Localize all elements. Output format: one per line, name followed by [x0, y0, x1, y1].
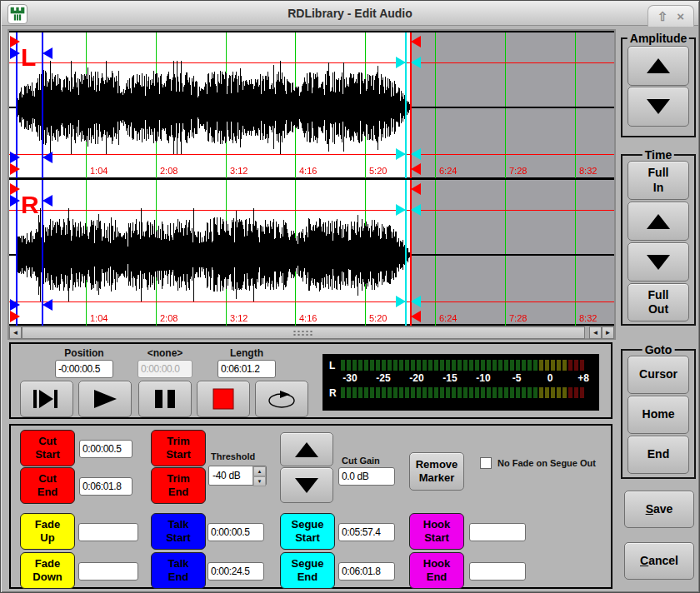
audio-meter: L -30-25-20-15-10-50+8 R — [322, 354, 599, 411]
play-icon — [91, 388, 119, 410]
trim-end-button[interactable]: Trim End — [151, 467, 206, 504]
down-arrow-icon — [293, 476, 320, 496]
cut-end-button[interactable]: Cut End — [20, 467, 75, 504]
fade-up-button[interactable]: Fade Up — [20, 513, 75, 550]
up-arrow-icon — [645, 212, 672, 232]
time-full-in-button[interactable]: Full In — [628, 161, 689, 200]
meter-scale: -30-25-20-15-10-50+8 — [329, 372, 592, 386]
time-zoom-in-button[interactable] — [628, 202, 689, 241]
up-arrow-icon — [645, 56, 672, 76]
amplitude-group-label: Amplitude — [628, 32, 689, 45]
scroll-left-button-2[interactable]: ◄ — [589, 326, 602, 339]
goto-end-button[interactable]: End — [628, 436, 689, 474]
window-title: RDLibrary - Edit Audio — [2, 7, 698, 20]
gain-down-button[interactable] — [280, 467, 333, 503]
cut-end-field[interactable] — [79, 477, 132, 496]
cut-start-button[interactable]: Cut Start — [20, 430, 75, 466]
no-fade-checkbox[interactable] — [480, 457, 492, 469]
edit-audio-dialog: RDLibrary - Edit Audio ⇧ × ◄ ◄ ► Amplitu… — [0, 0, 700, 593]
stop-button[interactable] — [197, 381, 250, 417]
fade-up-field[interactable] — [78, 523, 138, 541]
segue-start-button[interactable]: Segue Start — [280, 513, 335, 550]
length-label: Length — [218, 347, 276, 359]
threshold-value[interactable]: -40 dB — [209, 466, 252, 485]
threshold-spinbox: -40 dB ▲ ▼ — [208, 466, 267, 486]
position-label: Position — [55, 347, 113, 359]
fade-down-button[interactable]: Fade Down — [20, 552, 75, 589]
scroll-left-button[interactable]: ◄ — [9, 326, 22, 339]
hook-start-field[interactable] — [469, 523, 526, 541]
shade-icon[interactable]: ⇧ — [658, 10, 668, 22]
cut-gain-field[interactable] — [338, 467, 395, 486]
up-arrow-icon — [293, 440, 320, 460]
hook-start-button[interactable]: Hook Start — [409, 513, 464, 550]
talk-end-field[interactable] — [208, 562, 264, 581]
talk-start-field[interactable] — [208, 523, 264, 541]
threshold-label: Threshold — [211, 451, 274, 461]
meter-row-right: R — [329, 386, 592, 400]
remove-marker-button[interactable]: Remove Marker — [409, 452, 464, 491]
meter-right-label: R — [329, 387, 341, 399]
down-arrow-icon — [645, 97, 672, 117]
scroll-right-button[interactable]: ► — [602, 326, 614, 339]
time-full-out-button[interactable]: Full Out — [628, 283, 689, 321]
meter-left-label: L — [329, 360, 341, 371]
meter-right-segments — [341, 387, 584, 398]
talk-end-button[interactable]: Talk End — [151, 552, 206, 589]
cut-gain-label: Cut Gain — [342, 456, 400, 466]
play-from-cursor-button[interactable] — [20, 381, 73, 417]
goto-home-button[interactable]: Home — [628, 396, 689, 434]
time-zoom-out-button[interactable] — [628, 242, 689, 282]
length-field[interactable] — [218, 360, 276, 378]
segue-start-field[interactable] — [338, 523, 395, 541]
hook-end-field[interactable] — [469, 562, 526, 581]
stop-icon — [212, 388, 234, 410]
marker-name-label: <none> — [138, 347, 192, 359]
threshold-spin-up-icon[interactable]: ▲ — [253, 466, 266, 476]
scrollbar-grip — [292, 330, 314, 337]
waveform-panel: ◄ ◄ ► — [8, 29, 616, 340]
save-button[interactable]: Save — [624, 491, 694, 528]
segue-end-field[interactable] — [338, 562, 395, 581]
trim-start-button[interactable]: Trim Start — [151, 430, 206, 466]
loop-button[interactable] — [255, 381, 308, 417]
fade-down-field[interactable] — [78, 562, 138, 581]
transport-panel: Position <none> Length L -30-25-20-15-10… — [9, 342, 612, 419]
close-icon[interactable]: × — [677, 10, 684, 22]
pause-icon — [152, 388, 178, 410]
meter-left-segments — [341, 360, 584, 371]
down-arrow-icon — [645, 252, 672, 272]
gain-up-button[interactable] — [280, 432, 333, 466]
waveform-scrollbar: ◄ ◄ ► — [9, 326, 614, 338]
segue-end-button[interactable]: Segue End — [280, 552, 335, 589]
pause-button[interactable] — [138, 381, 192, 417]
threshold-spin-down-icon[interactable]: ▼ — [253, 476, 266, 486]
titlebar: RDLibrary - Edit Audio ⇧ × — [2, 2, 698, 26]
play-from-icon — [32, 388, 61, 410]
goto-cursor-button[interactable]: Cursor — [628, 356, 689, 394]
marker-value-field — [138, 360, 192, 378]
meter-row-left: L — [329, 358, 592, 372]
goto-group-label: Goto — [642, 343, 675, 356]
waveform-canvas[interactable] — [9, 31, 614, 326]
talk-start-button[interactable]: Talk Start — [151, 513, 206, 550]
cancel-button[interactable]: Cancel — [624, 542, 694, 580]
window-controls: ⇧ × — [648, 5, 694, 27]
scrollbar-thumb[interactable] — [22, 326, 585, 339]
loop-icon — [266, 388, 298, 410]
time-group-label: Time — [642, 148, 674, 162]
no-fade-label: No Fade on Segue Out — [498, 458, 596, 468]
play-button[interactable] — [78, 381, 132, 417]
hook-end-button[interactable]: Hook End — [409, 552, 464, 589]
position-field[interactable] — [55, 360, 113, 378]
markers-panel: Cut Start Cut End Trim Start Trim End Th… — [9, 424, 612, 589]
amplitude-up-button[interactable] — [628, 46, 689, 86]
cut-start-field[interactable] — [79, 440, 132, 458]
amplitude-down-button[interactable] — [628, 87, 689, 127]
